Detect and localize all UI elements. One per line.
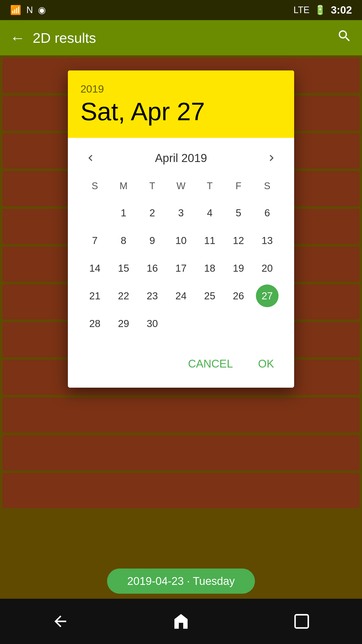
calendar-week-4: 21 22 23 24 25 26 27: [80, 282, 282, 310]
lte-icon: LTE: [294, 5, 309, 15]
cal-day-21[interactable]: 21: [80, 282, 109, 310]
nav-back-button[interactable]: [48, 609, 73, 634]
day-header-f: F: [224, 178, 253, 194]
status-bar-right: LTE 🔋 3:02: [294, 4, 352, 16]
day-header-s1: S: [80, 178, 109, 194]
day-header-t1: T: [138, 178, 167, 194]
calendar-week-3: 14 15 16 17 18 19 20: [80, 254, 282, 282]
calendar-grid: S M T W T F S 1 2 3 4 5 6 7 8: [80, 178, 282, 337]
cancel-button[interactable]: CANCEL: [180, 352, 241, 375]
dialog-body: April 2019 S M T W T F S 1 2: [68, 138, 294, 345]
calendar-week-5: 28 29 30: [80, 310, 282, 337]
cal-day-empty-3: [195, 310, 224, 337]
day-header-t2: T: [195, 178, 224, 194]
status-bar-left: 📶 N ◉: [10, 5, 46, 15]
cal-day-1[interactable]: 1: [109, 199, 138, 227]
cal-day-28[interactable]: 28: [80, 310, 109, 337]
cal-day-6[interactable]: 6: [253, 199, 282, 227]
cal-day-2[interactable]: 2: [138, 199, 167, 227]
ok-button[interactable]: OK: [250, 352, 282, 375]
cal-day-5[interactable]: 5: [224, 199, 253, 227]
battery-icon: 🔋: [314, 5, 326, 15]
month-nav: April 2019: [80, 148, 282, 168]
cal-day-empty-4: [224, 310, 253, 337]
signal-icon: 📶: [10, 5, 21, 15]
nav-recents-button[interactable]: [289, 609, 314, 634]
cal-day-16[interactable]: 16: [138, 254, 167, 282]
day-headers: S M T W T F S: [80, 178, 282, 194]
cal-day-18[interactable]: 18: [195, 254, 224, 282]
dialog-actions: CANCEL OK: [68, 345, 294, 388]
wifi-icon: N: [26, 5, 33, 15]
cal-day-29[interactable]: 29: [109, 310, 138, 337]
nav-bar: [0, 599, 362, 644]
cal-day-empty-1: [80, 199, 109, 227]
day-header-s2: S: [253, 178, 282, 194]
dialog-selected-date: Sat, Apr 27: [80, 98, 282, 125]
location-icon: ◉: [38, 5, 46, 15]
cal-day-22[interactable]: 22: [109, 282, 138, 310]
cal-day-11[interactable]: 11: [195, 227, 224, 254]
calendar-week-1: 1 2 3 4 5 6: [80, 199, 282, 227]
cal-day-13[interactable]: 13: [253, 227, 282, 254]
next-month-button[interactable]: [261, 148, 282, 168]
cal-day-10[interactable]: 10: [167, 227, 195, 254]
dialog-header: 2019 Sat, Apr 27: [68, 70, 294, 138]
cal-day-24[interactable]: 24: [167, 282, 195, 310]
cal-day-empty-5: [253, 310, 282, 337]
calendar-week-2: 7 8 9 10 11 12 13: [80, 227, 282, 254]
cal-day-26[interactable]: 26: [224, 282, 253, 310]
status-time: 3:02: [331, 4, 352, 16]
cal-day-25[interactable]: 25: [195, 282, 224, 310]
cal-day-30[interactable]: 30: [138, 310, 167, 337]
back-button[interactable]: ←: [10, 29, 25, 47]
cal-day-8[interactable]: 8: [109, 227, 138, 254]
bottom-content: 2019-04-23 · Tuesday: [107, 569, 255, 594]
cal-day-23[interactable]: 23: [138, 282, 167, 310]
app-title: 2D results: [33, 30, 337, 46]
prev-month-button[interactable]: [80, 148, 101, 168]
day-header-m: M: [109, 178, 138, 194]
cal-day-7[interactable]: 7: [80, 227, 109, 254]
status-bar: 📶 N ◉ LTE 🔋 3:02: [0, 0, 362, 20]
cal-day-4[interactable]: 4: [195, 199, 224, 227]
day-header-w: W: [167, 178, 195, 194]
search-button[interactable]: [337, 28, 352, 47]
cal-day-27[interactable]: 27: [253, 282, 282, 310]
cal-day-17[interactable]: 17: [167, 254, 195, 282]
cal-day-3[interactable]: 3: [167, 199, 195, 227]
cal-day-14[interactable]: 14: [80, 254, 109, 282]
svg-rect-0: [295, 615, 308, 628]
cal-day-20[interactable]: 20: [253, 254, 282, 282]
cal-day-9[interactable]: 9: [138, 227, 167, 254]
bottom-date-button[interactable]: 2019-04-23 · Tuesday: [107, 569, 255, 594]
dialog-year: 2019: [80, 83, 282, 95]
cal-day-19[interactable]: 19: [224, 254, 253, 282]
month-title: April 2019: [155, 151, 207, 165]
nav-home-button[interactable]: [168, 609, 194, 634]
cal-day-15[interactable]: 15: [109, 254, 138, 282]
cal-day-12[interactable]: 12: [224, 227, 253, 254]
date-picker-dialog: 2019 Sat, Apr 27 April 2019 S M T: [68, 70, 294, 388]
cal-day-empty-2: [167, 310, 195, 337]
app-bar: ← 2D results: [0, 20, 362, 55]
